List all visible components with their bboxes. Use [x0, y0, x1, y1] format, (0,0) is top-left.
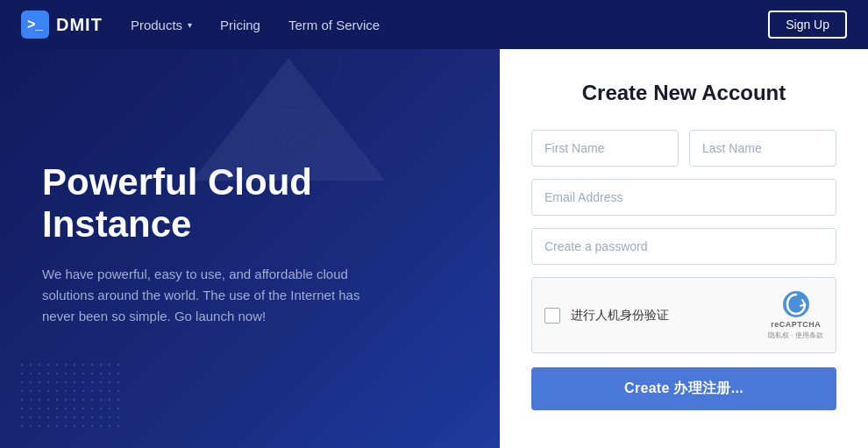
- svg-point-17: [292, 127, 295, 130]
- password-input[interactable]: [531, 228, 836, 265]
- form-panel: Create New Account 进行人机身份验证: [500, 49, 868, 448]
- email-input[interactable]: [531, 179, 836, 216]
- svg-point-4: [279, 110, 281, 112]
- captcha-label: 进行人机身份验证: [571, 308, 669, 324]
- svg-point-9: [274, 118, 277, 121]
- recaptcha-label: reCAPTCHA: [771, 320, 821, 329]
- svg-point-5: [288, 110, 290, 112]
- svg-point-21: [261, 136, 264, 139]
- first-name-input[interactable]: [531, 130, 679, 167]
- recaptcha-icon: [782, 290, 810, 318]
- navbar: >_ DMIT Products ▾ Pricing Term of Servi…: [0, 0, 868, 49]
- svg-point-2: [261, 110, 264, 112]
- name-row: [531, 130, 836, 167]
- nav-tos-label: Term of Service: [288, 18, 380, 32]
- captcha-left: 进行人机身份验证: [544, 308, 669, 324]
- svg-marker-0: [192, 58, 385, 181]
- nav-item-pricing[interactable]: Pricing: [220, 18, 260, 32]
- password-field-wrapper: [531, 228, 836, 265]
- svg-point-32: [283, 145, 286, 147]
- svg-point-20: [253, 136, 255, 139]
- hero-section: Powerful Cloud Instance We have powerful…: [0, 49, 500, 448]
- svg-point-19: [309, 127, 312, 130]
- logo-area[interactable]: >_ DMIT: [21, 11, 103, 39]
- svg-point-15: [274, 127, 277, 130]
- svg-point-36: [318, 145, 321, 147]
- nav-pricing-label: Pricing: [220, 18, 260, 32]
- svg-point-6: [296, 110, 299, 112]
- form-title: Create New Account: [531, 81, 836, 105]
- svg-point-30: [266, 145, 268, 147]
- svg-point-22: [270, 136, 273, 139]
- svg-point-24: [288, 136, 290, 139]
- svg-point-28: [248, 145, 251, 147]
- svg-point-31: [274, 145, 277, 147]
- svg-point-14: [266, 127, 268, 130]
- svg-point-23: [279, 136, 281, 139]
- captcha-box[interactable]: 进行人机身份验证 reCAPTCHA 隐私权 · 使用条款: [531, 277, 836, 353]
- svg-point-26: [305, 136, 308, 139]
- svg-point-11: [292, 118, 295, 121]
- svg-point-3: [270, 110, 273, 112]
- svg-point-18: [301, 127, 303, 130]
- sign-up-button[interactable]: Sign Up: [768, 11, 847, 39]
- nav-item-products[interactable]: Products ▾: [131, 18, 192, 32]
- nav-products-label: Products: [131, 18, 182, 32]
- svg-point-25: [296, 136, 299, 139]
- hero-subtitle: We have powerful, easy to use, and affor…: [42, 264, 375, 327]
- svg-point-13: [257, 127, 260, 130]
- create-account-button[interactable]: Create 办理注册...: [531, 367, 836, 410]
- svg-point-35: [309, 145, 312, 147]
- hero-decoration-icon: [192, 58, 385, 181]
- svg-point-29: [257, 145, 260, 147]
- captcha-right: reCAPTCHA 隐私权 · 使用条款: [768, 290, 823, 340]
- nav-links: Products ▾ Pricing Term of Service: [131, 18, 768, 32]
- logo-text: DMIT: [56, 15, 103, 35]
- svg-point-7: [305, 110, 308, 112]
- chevron-down-icon: ▾: [188, 20, 192, 30]
- svg-point-12: [301, 118, 303, 121]
- svg-point-10: [283, 118, 286, 121]
- nav-item-tos[interactable]: Term of Service: [288, 18, 380, 32]
- dot-pattern-decoration: [18, 360, 123, 430]
- svg-point-16: [283, 127, 286, 130]
- svg-point-27: [314, 136, 317, 139]
- svg-point-34: [301, 145, 303, 147]
- svg-point-8: [266, 118, 268, 121]
- captcha-checkbox[interactable]: [544, 308, 560, 324]
- recaptcha-links: 隐私权 · 使用条款: [768, 331, 823, 340]
- logo-icon: >_: [21, 11, 49, 39]
- main-content: Powerful Cloud Instance We have powerful…: [0, 49, 868, 448]
- svg-point-33: [292, 145, 295, 147]
- last-name-input[interactable]: [689, 130, 836, 167]
- email-field-wrapper: [531, 179, 836, 216]
